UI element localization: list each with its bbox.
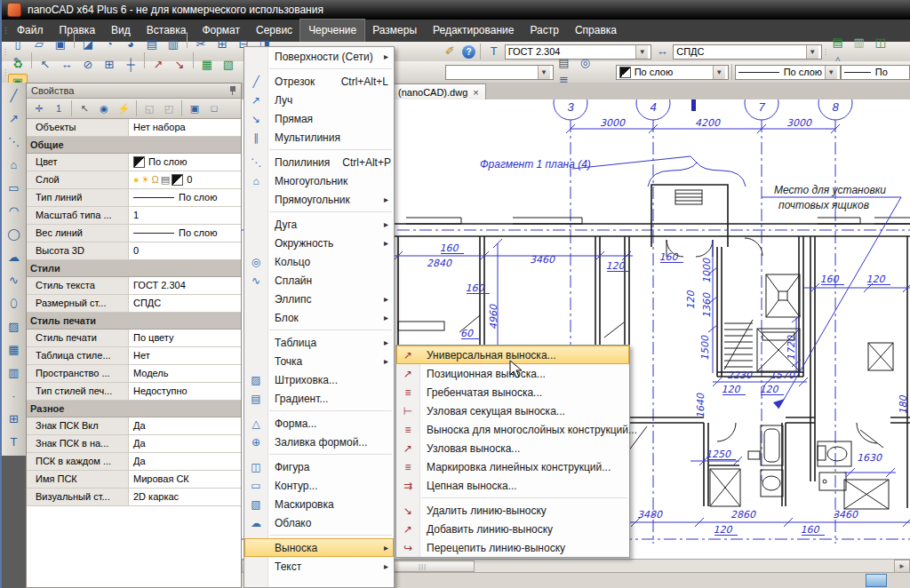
menu-item-point[interactable]: Точка▸ (244, 352, 394, 370)
prop-copy-icon[interactable]: ◱ (140, 100, 158, 117)
select-one-icon[interactable]: 1 (50, 100, 68, 117)
menu-item-gradient[interactable]: ▤Градиент... (244, 389, 394, 408)
property-value[interactable]: Да (129, 417, 241, 434)
publish-icon[interactable]: ◕ (121, 36, 140, 53)
linetype-combo[interactable]: По слою ▼ (735, 65, 841, 80)
nanocloud-add-icon[interactable]: ▥ (850, 34, 869, 52)
chevron-down-icon[interactable]: ▼ (538, 66, 550, 79)
properties-section[interactable]: Общие (27, 137, 241, 154)
menubar-item[interactable]: Размеры (364, 20, 425, 42)
chevron-down-icon[interactable]: ▼ (713, 66, 725, 79)
properties-header[interactable]: Свойства (27, 83, 241, 99)
property-value[interactable]: По слою (129, 189, 241, 206)
title-bar[interactable]: nanoCAD x64 Plus 6 - не для коммерческог… (2, 0, 910, 20)
menu-item-rectangle[interactable]: Прямоугольник▸ (244, 190, 394, 209)
menu-item-wipeout[interactable]: ▧Маскировка (244, 495, 394, 513)
menu-item-ray[interactable]: ↗Луч (244, 91, 394, 109)
menubar-item[interactable]: Растр (522, 20, 566, 42)
paste-special-icon[interactable]: ♻ (8, 56, 28, 74)
property-value[interactable]: ●☀Ω▤0 (129, 171, 241, 188)
menu-item-delete-leader-line[interactable]: ↘Удалить линию-выноску (396, 501, 629, 520)
property-value[interactable]: По цвету (129, 330, 241, 346)
close-icon[interactable]: × (473, 87, 478, 98)
lineweight-combo[interactable]: По (841, 65, 910, 80)
menu-item-segment[interactable]: ╱ОтрезокCtrl+Alt+L (244, 72, 394, 91)
menu-item-spline[interactable]: ∿Сплайн (244, 271, 394, 290)
menu-item-polygon[interactable]: ⌂Многоугольник (244, 171, 394, 190)
menu-item-linear-marking-leader[interactable]: ≡Маркировка линейных конструкций... (396, 457, 629, 476)
table-export-icon[interactable]: ▦ (197, 56, 217, 74)
property-value[interactable]: Недоступно (129, 383, 241, 400)
point-snap-icon[interactable]: ┼ (121, 56, 140, 74)
compass-icon[interactable]: ⊘ (78, 56, 98, 74)
color-combo[interactable]: По слою ▼ (616, 65, 729, 80)
line-icon[interactable]: ╱ (4, 85, 25, 107)
document-tab[interactable]: (nanoCAD).dwg × (391, 83, 486, 100)
menu-item-contour[interactable]: ▭Контур... (244, 476, 394, 495)
menu-item-polyline[interactable]: ⋱ПолилинияCtrl+Alt+P (244, 153, 394, 171)
menu-item-chain-leader[interactable]: ⇉Цепная выноска... (396, 476, 629, 495)
property-value[interactable]: 1 (129, 207, 241, 224)
property-value[interactable]: Нет (129, 347, 241, 364)
nanocloud-users-icon[interactable]: ◫ (871, 34, 890, 52)
property-value[interactable]: По слою (129, 154, 241, 171)
spline-icon[interactable]: ∿ (4, 270, 25, 291)
property-value[interactable]: По слою (129, 225, 241, 242)
arc-icon[interactable]: ◠ (4, 201, 25, 222)
ellipse-icon[interactable]: ⬯ (4, 293, 25, 314)
grid-snap-icon[interactable]: ⊞ (100, 56, 119, 74)
menu-item-add-leader-line[interactable]: ↗Добавить линию-выноску (396, 520, 629, 538)
pin-icon[interactable] (229, 86, 236, 95)
save-file-icon[interactable]: ▣ (51, 36, 70, 53)
properties-section[interactable]: Стили (27, 260, 241, 277)
help-icon[interactable]: ? (462, 45, 475, 59)
print-icon[interactable]: ▤ (142, 36, 162, 53)
raster-icon[interactable]: ▥ (4, 362, 25, 384)
menubar-item[interactable]: Черчение (300, 20, 364, 42)
menubar-item[interactable]: Справка (567, 20, 625, 42)
quick-select-icon[interactable]: ◉ (95, 100, 113, 117)
layer-print-icon[interactable]: ▤ (555, 54, 574, 72)
menu-item-xline[interactable]: ↘Прямая (244, 109, 394, 128)
menu-item-figure[interactable]: ◫Фигура (244, 457, 394, 476)
properties-section[interactable]: Стиль печати (27, 313, 241, 330)
property-value[interactable]: 0 (129, 242, 241, 259)
menu-item-node-leader[interactable]: ↗Узловая выноска... (396, 439, 629, 457)
menu-item-text[interactable]: Текст▸ (244, 557, 394, 576)
copy-icon[interactable]: ⊞ (212, 36, 232, 53)
image-icon[interactable]: ▦ (4, 339, 25, 361)
menu-item-leader[interactable]: Выноска▸ (244, 538, 394, 557)
batch-print-icon[interactable]: ▥ (164, 36, 183, 53)
polygon-icon[interactable]: ⌂ (4, 155, 25, 176)
chevron-down-icon[interactable]: ▼ (806, 45, 818, 59)
menu-item-cloud[interactable]: ☁Облако (244, 513, 394, 532)
property-value[interactable]: Нет набора (129, 119, 241, 136)
ruler-icon[interactable]: ✐ (440, 43, 459, 60)
menu-item-shape[interactable]: △Форма... (244, 414, 394, 433)
cut-icon[interactable]: ✂ (191, 36, 211, 53)
nanocloud-doc-icon[interactable]: ▤ (828, 34, 848, 52)
polyline-icon[interactable]: ⋱ (4, 131, 25, 153)
open-file-icon[interactable]: ▱ (29, 36, 49, 53)
table-import-icon[interactable]: ▧ (219, 56, 238, 74)
property-value[interactable]: Модель (129, 365, 241, 382)
menu-item-node-section-leader[interactable]: ⊢Узловая секущая выноска... (396, 401, 629, 420)
layer-combo[interactable]: ▼ (445, 65, 553, 80)
menu-item-table[interactable]: Таблица▸ (244, 333, 394, 352)
chevron-down-icon[interactable]: ▼ (825, 66, 837, 79)
scroll-right-icon[interactable]: ► (894, 560, 910, 573)
circle-icon[interactable]: ◯ (4, 224, 25, 245)
menubar-item[interactable]: Редактирование (425, 20, 522, 42)
property-value[interactable]: Мировая СК (129, 471, 241, 488)
property-value[interactable]: ГОСТ 2.304 (129, 277, 241, 294)
menu-item-arc[interactable]: Дуга▸ (244, 215, 394, 234)
filter-icon[interactable]: ⚡ (115, 100, 132, 117)
property-value[interactable]: Да (129, 435, 241, 452)
leader-tool-a-icon[interactable]: ↗ (148, 56, 168, 74)
properties-section[interactable]: Разное (27, 401, 241, 417)
menu-item-surfaces[interactable]: Поверхности (Сети)▸ (244, 47, 394, 66)
select-add-icon[interactable]: ✛ (30, 100, 48, 117)
hatch-icon[interactable]: ▨ (4, 316, 25, 338)
property-value[interactable]: 2D каркас (129, 489, 241, 505)
ray-icon[interactable]: ↗ (4, 108, 25, 130)
